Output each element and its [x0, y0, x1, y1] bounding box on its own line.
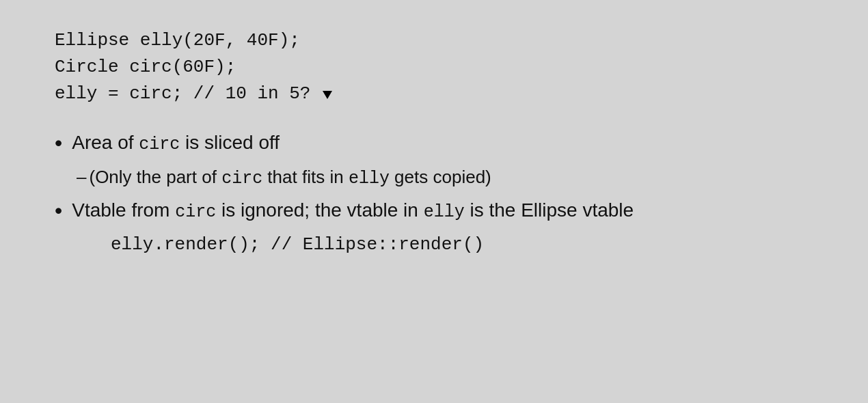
bullet-list: • Area of circ is sliced off –(Only the …	[55, 129, 827, 258]
sub-item-1: –(Only the part of circ that fits in ell…	[55, 165, 827, 191]
inline-code-elly-1: elly	[349, 169, 390, 189]
code-line-3: elly = circ; // 10 in 5?	[55, 81, 827, 107]
bullet-2-text: Vtable from circ is ignored; the vtable …	[72, 197, 827, 225]
code-line-2: Circle circ(60F);	[55, 54, 827, 81]
inline-code-circ-2: circ	[221, 169, 262, 189]
bullet-1-text: Area of circ is sliced off	[72, 129, 827, 157]
bullet-item-2: • Vtable from circ is ignored; the vtabl…	[55, 197, 827, 259]
inline-code-elly-2: elly	[424, 202, 465, 222]
dash-1: –	[77, 167, 86, 187]
bullet-dot-2: •	[55, 197, 62, 225]
main-content: Ellipse elly(20F, 40F); Circle circ(60F)…	[0, 0, 868, 291]
code-line-3-text: elly = circ; // 10 in 5?	[55, 83, 310, 104]
cursor-icon	[323, 91, 332, 99]
code-render-line: elly.render(); // Ellipse::render()	[77, 232, 827, 258]
code-block: Ellipse elly(20F, 40F); Circle circ(60F)…	[55, 27, 827, 107]
bullet-dot-1: •	[55, 129, 62, 158]
sub-item-2: elly.render(); // Ellipse::render()	[55, 232, 827, 258]
inline-code-circ-1: circ	[139, 135, 180, 154]
bullet-item-1: • Area of circ is sliced off –(Only the …	[55, 129, 827, 191]
inline-code-circ-3: circ	[175, 202, 216, 222]
code-line-1: Ellipse elly(20F, 40F);	[55, 27, 827, 54]
